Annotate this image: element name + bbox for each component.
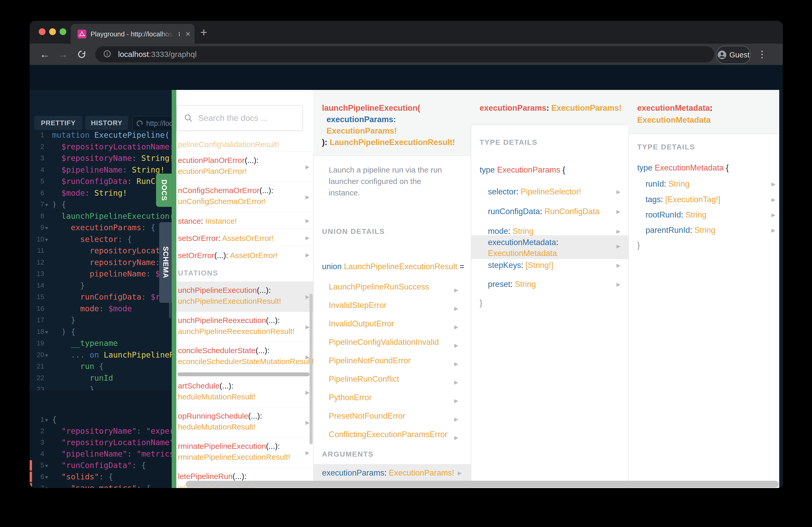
code-line[interactable]: 3 $repositoryName: String! — [30, 152, 172, 164]
code-line[interactable]: 21 run { — [30, 360, 172, 372]
fold-arrow-icon[interactable]: ▾ — [45, 483, 48, 488]
profile-button[interactable]: Guest — [716, 46, 751, 64]
code-line[interactable]: 6▾ "solids": { — [30, 471, 172, 483]
union-member-row[interactable]: PipelineConfigValidationInvalid▶ — [313, 336, 471, 355]
code-line[interactable]: 19 __typename — [30, 337, 172, 349]
chevron-right-icon[interactable]: ▶ — [617, 228, 620, 235]
union-member-row[interactable]: InvalidStepError▶ — [313, 300, 471, 318]
docs-field-row[interactable]: setsOrError: AssetsOrError!▶ — [176, 229, 313, 246]
type-field-row[interactable]: rootRunId: String — [646, 210, 706, 220]
forward-icon[interactable]: → — [56, 44, 70, 65]
type-field-row[interactable]: tags: [ExecutionTag!] — [646, 195, 721, 204]
fold-arrow-icon[interactable]: ▾ — [45, 471, 48, 483]
code-line[interactable]: 1mutation ExecutePipeline( — [30, 129, 172, 141]
type-field-row[interactable]: runId: String — [646, 179, 690, 189]
docs-field-row[interactable]: artSchedule(...):heduleMutationResult!▶ — [176, 377, 313, 407]
chevron-right-icon[interactable]: ▶ — [617, 243, 620, 249]
chevron-right-icon[interactable]: ▶ — [454, 379, 458, 386]
back-icon[interactable]: ← — [38, 44, 52, 65]
docs-field-row[interactable]: nConfigSchemaOrError(...):unConfigSchema… — [176, 182, 313, 212]
code-line[interactable]: 16 mode: $mode — [30, 303, 172, 314]
browser-tab[interactable]: Playground - http://localhost:3 × — [71, 24, 194, 44]
docs-field-row[interactable]: unchPipelineReexecution(...):aunchPipeli… — [176, 312, 313, 342]
fold-arrow-icon[interactable]: ▾ — [45, 222, 48, 234]
chevron-right-icon[interactable]: ▶ — [617, 208, 620, 215]
fold-arrow-icon[interactable]: ▾ — [45, 199, 48, 210]
code-line[interactable]: 7▾) { — [30, 198, 172, 210]
docs-list-horizontal-scrollbar[interactable] — [177, 372, 309, 376]
docs-field-row[interactable]: unchPipelineExecution(...):unchPipelineE… — [176, 282, 313, 312]
docs-field-row[interactable]: stance: Instance!▶ — [176, 212, 313, 229]
reload-icon[interactable] — [74, 44, 89, 65]
type-field-row[interactable]: runConfigData: RunConfigData — [488, 207, 599, 216]
fold-arrow-icon[interactable]: ▾ — [45, 234, 48, 245]
chevron-right-icon[interactable]: ▶ — [617, 262, 620, 268]
prettify-button[interactable]: PRETTIFY — [34, 116, 82, 130]
type-field-row[interactable]: mode: String — [488, 227, 534, 236]
union-member-row[interactable]: PythonError▶ — [313, 392, 471, 410]
endpoint-url-box[interactable]: http://loc — [132, 116, 177, 131]
code-line[interactable]: 4 "pipelineName": "metrics — [30, 448, 172, 460]
history-button[interactable]: HISTORY — [85, 116, 128, 130]
code-line[interactable]: 2 "repositoryName": "exper — [30, 425, 172, 437]
code-line[interactable]: 10▾ selector: { — [30, 234, 172, 245]
site-info-icon[interactable] — [103, 50, 111, 59]
union-member-row[interactable]: PipelineNotFoundError▶ — [313, 355, 471, 373]
code-line[interactable]: 8 launchPipelineExecution( — [30, 210, 172, 222]
chevron-right-icon[interactable]: ▶ — [454, 435, 458, 441]
chevron-right-icon[interactable]: ▶ — [306, 252, 309, 258]
chevron-right-icon[interactable]: ▶ — [306, 389, 309, 395]
tab-close-icon[interactable]: × — [186, 29, 190, 39]
chevron-right-icon[interactable]: ▶ — [306, 324, 309, 330]
url-bar[interactable]: localhost:3333/graphql — [95, 46, 714, 62]
type-field-row[interactable]: stepKeys: [String!] — [488, 261, 553, 270]
docs-field-row[interactable]: rminatePipelineExecution(...):rminatePip… — [176, 437, 313, 467]
browser-menu-icon[interactable]: ⋮ — [757, 46, 767, 63]
chevron-right-icon[interactable]: ▶ — [454, 361, 458, 367]
docs-search-input[interactable] — [198, 113, 285, 123]
docs-field-row[interactable]: setOrError(...): AssetOrError!▶ — [176, 246, 313, 263]
code-line[interactable]: 18▾ ) { — [30, 326, 172, 337]
chevron-right-icon[interactable]: ▶ — [306, 450, 309, 456]
code-line[interactable]: 12 repositoryName: $repositoryName — [30, 256, 172, 268]
code-line[interactable]: 14 } — [30, 280, 172, 291]
close-window-light[interactable] — [39, 28, 45, 35]
chevron-right-icon[interactable]: ▶ — [306, 194, 309, 200]
code-line[interactable]: 13 pipelineName: $pipelineName — [30, 268, 172, 280]
code-line[interactable]: 5 $runConfigData: RunConfigData! — [30, 176, 172, 187]
docs-field-row[interactable]: ecutionPlanOrError(...):ecutionPlanOrErr… — [176, 151, 313, 182]
type-field-row[interactable]: preset: String — [488, 280, 536, 289]
fold-arrow-icon[interactable]: ▾ — [45, 326, 48, 337]
new-tab-button[interactable]: + — [200, 25, 207, 40]
union-member-row[interactable]: PresetNotFoundError▶ — [313, 410, 471, 429]
code-line[interactable]: 17 } — [30, 314, 172, 326]
chevron-right-icon[interactable]: ▶ — [454, 305, 458, 312]
chevron-right-icon[interactable]: ▶ — [306, 217, 309, 224]
chevron-right-icon[interactable]: ▶ — [306, 354, 309, 360]
chevron-right-icon[interactable]: ▶ — [454, 342, 458, 348]
chevron-right-icon[interactable]: ▶ — [771, 227, 775, 234]
chevron-right-icon[interactable]: ▶ — [454, 397, 458, 404]
minimize-window-light[interactable] — [49, 28, 56, 35]
union-member-row[interactable]: LaunchPipelineRunSuccess▶ — [313, 281, 471, 300]
chevron-right-icon[interactable]: ▶ — [771, 196, 775, 203]
chevron-right-icon[interactable]: ▶ — [454, 287, 458, 293]
code-line[interactable]: 22 runId — [30, 372, 172, 384]
chevron-right-icon[interactable]: ▶ — [306, 293, 309, 300]
code-line[interactable]: 4 $pipelineName: String! — [30, 164, 172, 176]
docs-field-row[interactable]: pelineConfigValidationResult! — [176, 139, 313, 151]
chevron-right-icon[interactable]: ▶ — [454, 416, 458, 422]
chevron-right-icon[interactable]: ▶ — [458, 470, 462, 476]
union-member-row[interactable]: ConflictingExecutionParamsError▶ — [313, 429, 471, 447]
code-line[interactable]: 1▾{ — [30, 414, 172, 425]
chevron-right-icon[interactable]: ▶ — [771, 212, 775, 218]
union-member-row[interactable]: PipelineRunConflict▶ — [313, 373, 471, 392]
code-line[interactable]: 15 runConfigData: $runConfigData — [30, 291, 172, 303]
schema-side-tab[interactable]: SCHEMA — [159, 222, 172, 303]
chevron-right-icon[interactable]: ▶ — [306, 164, 309, 170]
docs-horizontal-scrollbar[interactable] — [186, 481, 779, 487]
code-line[interactable]: 20▾ ... on LaunchPipelineRunSuccess — [30, 349, 172, 361]
code-line[interactable]: 2 $repositoryLocationName: String! — [30, 141, 172, 152]
union-member-row[interactable]: InvalidOutputError▶ — [313, 318, 471, 336]
chevron-right-icon[interactable]: ▶ — [617, 281, 620, 287]
